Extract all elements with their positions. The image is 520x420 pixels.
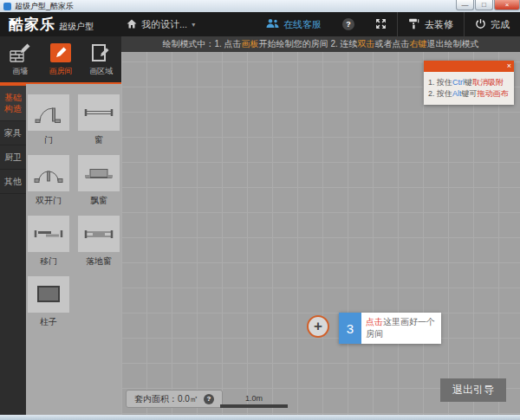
finish-button[interactable]: 完成: [464, 12, 520, 36]
guide-tooltip: 3 点击这里画好一个房间: [339, 313, 441, 344]
sliding-door-icon: [28, 216, 69, 252]
maximize-button[interactable]: □: [475, 0, 493, 10]
area-value: 0.0㎡: [178, 393, 198, 405]
home-icon: [127, 19, 137, 30]
hint-text: 2. 按住: [428, 89, 452, 98]
catalog-item-label: 落地窗: [86, 255, 112, 268]
sidebar-body: 基础构造 家具 厨卫 其他 门: [0, 84, 121, 415]
scale-bar: [220, 404, 288, 408]
guide-click-target[interactable]: +: [307, 315, 329, 338]
catalog-item-label: 柱子: [40, 316, 57, 328]
catalog-item-bay-window[interactable]: 飘窗: [78, 155, 120, 214]
minimize-button[interactable]: —: [456, 0, 474, 10]
scale-label: 1.0m: [245, 394, 263, 403]
plus-icon: +: [314, 318, 322, 335]
logo-sub-text: 超级户型: [59, 21, 94, 33]
tab-basic-structure[interactable]: 基础构造: [0, 84, 26, 121]
logo-main-text: 酷家乐: [9, 15, 55, 35]
online-support-label: 在线客服: [283, 18, 322, 31]
window-icon: [78, 94, 120, 131]
fullscreen-icon: [375, 18, 387, 31]
bay-window-icon: [78, 155, 120, 191]
shortcut-hint-box: × 1. 按住Ctrl键取消吸附 2. 按住Alt键可拖动画布: [424, 61, 514, 105]
draw-wall-tool[interactable]: 画墙: [0, 36, 41, 82]
finish-label: 完成: [491, 18, 510, 31]
component-catalog: 门 窗 双开门: [26, 84, 121, 415]
project-menu-label: 我的设计...: [141, 18, 187, 31]
draw-area-label: 画区域: [89, 66, 113, 77]
area-status-box: 套内面积：0.0㎡ ?: [126, 390, 223, 408]
catalog-item-floor-window[interactable]: 落地窗: [78, 216, 120, 275]
door-icon: [28, 94, 69, 131]
tab-furniture[interactable]: 家具: [0, 121, 26, 145]
left-panel: 画墙 画房间 画区域 基础构造 家具: [0, 36, 121, 415]
hint-action-pan: 拖动画布: [478, 89, 509, 98]
app-window: 超级户型_酷家乐 — □ × 酷家乐 超级户型 我的设计... ▾ 在线客服: [0, 0, 520, 420]
hint-line-alt: 2. 按住Alt键可拖动画布: [428, 88, 510, 100]
double-door-icon: [28, 155, 69, 191]
instruction-highlight-rightclick: 右键: [410, 38, 427, 50]
instruction-highlight-board: 画板: [242, 38, 259, 50]
scale-indicator: 1.0m: [220, 394, 288, 408]
draw-wall-label: 画墙: [12, 66, 28, 77]
help-icon: ?: [342, 18, 354, 30]
hint-action-unsnap: 取消吸附: [472, 78, 504, 87]
exit-guide-button[interactable]: 退出引导: [440, 378, 506, 402]
window-bottom-frame: [0, 415, 520, 420]
app-header: 酷家乐 超级户型 我的设计... ▾ 在线客服 ?: [0, 12, 520, 36]
decorate-label: 去装修: [425, 18, 453, 31]
draw-tools-bar: 画墙 画房间 画区域: [0, 36, 121, 84]
category-tabs: 基础构造 家具 厨卫 其他: [0, 84, 26, 415]
chevron-down-icon: ▾: [192, 21, 195, 29]
draw-area-icon: [90, 42, 113, 63]
decorate-button[interactable]: 去装修: [397, 12, 464, 36]
draw-room-tool[interactable]: 画房间: [41, 36, 81, 82]
tab-other[interactable]: 其他: [0, 170, 26, 194]
header-actions: 在线客服 ? 去装修 完成: [256, 12, 520, 36]
app-icon: [3, 3, 11, 10]
area-label: 套内面积：: [134, 393, 178, 405]
area-help-icon[interactable]: ?: [204, 394, 214, 404]
catalog-item-label: 移门: [40, 255, 57, 268]
app-logo: 酷家乐 超级户型: [0, 15, 102, 35]
draw-room-label: 画房间: [49, 66, 73, 77]
guide-click-word: 点击: [366, 317, 383, 326]
hint-close-icon[interactable]: ×: [507, 61, 511, 72]
catalog-item-door[interactable]: 门: [28, 94, 69, 153]
guide-tooltip-text: 点击这里画好一个房间: [361, 313, 441, 344]
project-menu[interactable]: 我的设计... ▾: [127, 18, 195, 31]
online-support-button[interactable]: 在线客服: [256, 12, 332, 36]
hint-text: 1. 按住: [428, 78, 452, 87]
catalog-item-double-door[interactable]: 双开门: [28, 155, 69, 214]
hint-text: 键: [465, 78, 472, 87]
catalog-item-pillar[interactable]: 柱子: [28, 276, 69, 335]
hint-key-alt: Alt: [452, 89, 462, 98]
draw-area-tool[interactable]: 画区域: [81, 36, 121, 82]
instruction-text: 开始绘制您的房间 2. 连续: [259, 38, 358, 50]
hint-text: 键可: [462, 89, 478, 98]
guide-step-number: 3: [339, 313, 361, 344]
catalog-item-label: 窗: [94, 134, 103, 146]
pillar-icon: [28, 276, 69, 313]
power-icon: [475, 18, 486, 31]
os-titlebar: 超级户型_酷家乐 — □ ×: [0, 0, 520, 12]
hint-box-body: 1. 按住Ctrl键取消吸附 2. 按住Alt键可拖动画布: [424, 72, 514, 105]
tab-kitchen-bath[interactable]: 厨卫: [0, 145, 26, 170]
floor-window-icon: [78, 216, 120, 252]
instruction-highlight-doubleclick: 双击: [358, 38, 375, 50]
help-button[interactable]: ?: [332, 12, 365, 36]
catalog-item-label: 双开门: [36, 195, 62, 207]
catalog-item-label: 飘窗: [90, 195, 107, 207]
people-icon: [266, 18, 279, 30]
window-controls: — □ ×: [455, 0, 520, 10]
window-title: 超级户型_酷家乐: [15, 1, 74, 12]
drawing-canvas[interactable]: 绘制模式中：1. 点击画板开始绘制您的房间 2. 连续双击或者点击右键退出绘制模…: [121, 36, 520, 415]
catalog-item-sliding-door[interactable]: 移门: [28, 216, 69, 275]
fullscreen-button[interactable]: [365, 12, 397, 36]
instruction-text: 或者点击: [375, 38, 410, 50]
paint-roller-icon: [408, 18, 420, 31]
hint-box-header: ×: [424, 61, 514, 72]
close-button[interactable]: ×: [494, 0, 520, 10]
draw-wall-icon: [9, 42, 31, 63]
catalog-item-window[interactable]: 窗: [78, 94, 120, 153]
